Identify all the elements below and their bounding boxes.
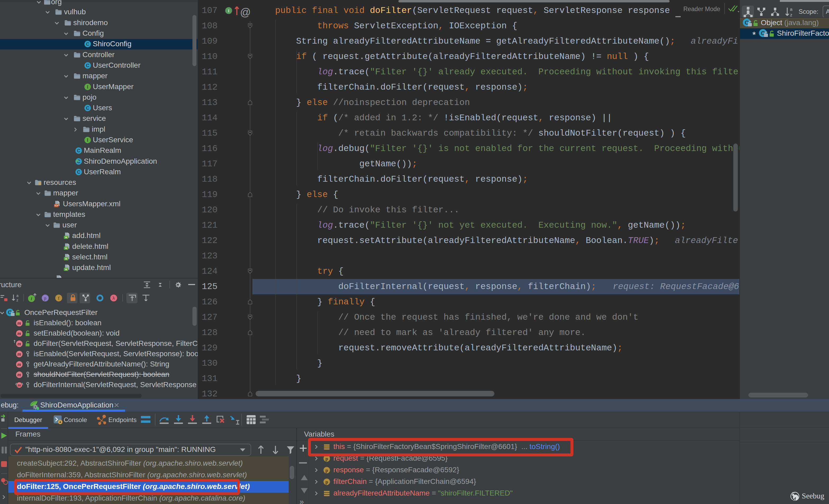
svg-text:I: I <box>228 9 229 13</box>
svg-text:z: z <box>790 12 793 17</box>
svg-text:a: a <box>790 7 793 12</box>
